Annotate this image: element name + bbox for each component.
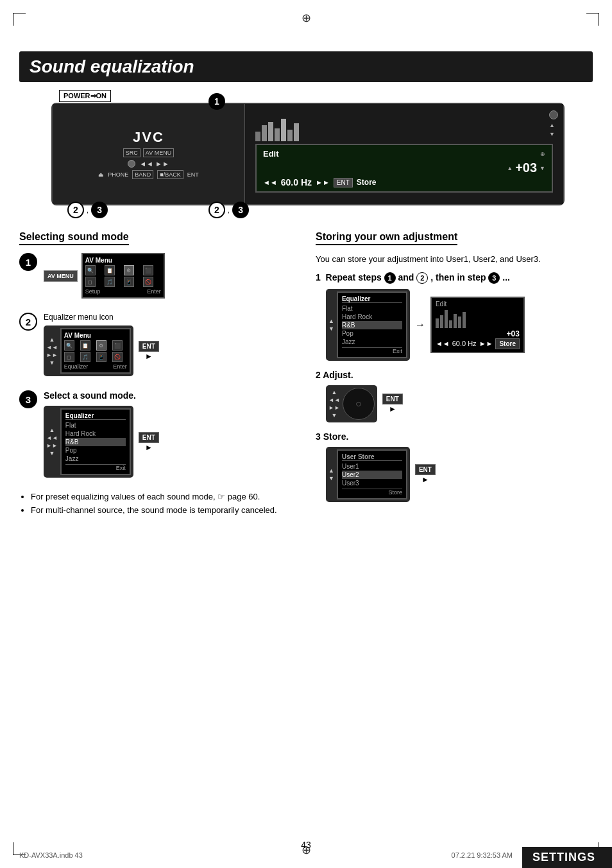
arrow-between-screens: → [415,319,425,331]
exit-label-left: Exit [116,465,126,471]
right-step-2-header: 2 Adjust. [316,370,593,380]
setup-label: Setup [85,288,101,295]
av-menu-screen-1: AV Menu 🔍 📋 ⚙ ⬛ ◻ 🎵 📱 🚫 [81,253,165,299]
av-menu-label-device: AV MENU [143,148,174,157]
user3-item: User3 [342,479,402,487]
eq-item-pop: Pop [65,446,126,455]
knob-icon: ○ [343,388,375,420]
right-step1-screens: ▲ ▼ Equalizer Flat Hard Rock R&B Pop Jaz… [326,289,593,361]
av-icon-8: 🚫 [143,277,153,287]
right-knob [549,110,558,119]
av-menu-icons: 🔍 📋 ⚙ ⬛ ◻ 🎵 📱 🚫 [85,265,161,287]
vol-knob [128,160,135,168]
step3-device: ▲ ◄◄ ►► ▼ Equalizer Flat Hard Rock R&B P… [44,406,133,478]
step3-device-row: ▲ ◄◄ ►► ▼ Equalizer Flat Hard Rock R&B P… [44,406,296,478]
eq-bar [287,130,293,141]
eq-bar [294,123,299,141]
right-edit-freq: ◄◄ 60.0 Hz ►► Store [436,338,520,349]
enter-label-2: Enter [113,363,127,370]
right-edit-freq-val: 60.0 Hz [452,340,477,347]
right-controls: ▲ ▼ [549,110,558,137]
bullet-1: For preset equalizing values of each sou… [31,492,296,501]
step-2-content: Equalizer menu icon ▲ ◄◄ ►► ▼ [44,313,296,380]
arrow-icon-step2: ► [145,352,153,361]
user-store-title: User Store [342,453,402,461]
store-label-step3: Store. [323,431,349,442]
eq-screen-title-left: Equalizer [65,412,126,420]
step-1-circle: 1 [19,253,37,271]
settings-label: SETTINGS [532,851,602,864]
display-freq: 60.0 Hz [281,177,312,187]
right-eq-title: Equalizer [342,295,402,303]
step-2-circle: 2 [19,313,37,331]
settings-bar: SETTINGS [522,847,612,868]
ent-box-step3: ENT [139,432,159,443]
left-step-1: 1 AV MENU AV Menu 🔍 📋 ⚙ [19,253,296,302]
corner-mark-tr [586,13,599,26]
eq-bars-display [255,116,553,141]
reg-mark-top: ⊕ [300,12,312,24]
right-step2-device: ▲ ◄◄ ►► ▼ ○ [326,385,377,422]
right-edit-screen: Edit +03 ◄◄ 60.0 [430,297,525,353]
av-icon-2: 📋 [105,265,115,275]
src-label: SRC [123,148,140,157]
right-section-title: Storing your own adjustment [316,231,457,245]
page-title: Sound equalization [30,56,582,77]
footer-left: KD-AVX33A.indb 43 [19,851,83,859]
band-label: BAND [132,170,153,179]
enter-label-1: Enter [147,288,161,295]
jvc-logo: JVC [133,129,164,146]
bullet-2: For multi-channel source, the sound mode… [31,505,296,515]
ent-label-step2-right: ENT [382,394,403,404]
ent-arrow-step2: ENT ► [139,341,159,361]
device-body: POWER⇒ON JVC SRC AV MENU ◄◄ ►► ⏏ [51,103,565,205]
main-content: 1 POWER⇒ON JVC SRC AV MENU ◄◄ ►► [19,90,593,519]
step2-av-footer: Equalizer Enter [64,363,127,370]
step-1-content: AV MENU AV Menu 🔍 📋 ⚙ ⬛ ◻ 🎵 📱 [44,253,296,302]
eq-screen-footer: Exit [65,464,126,471]
av-icon-5: ◻ [85,277,96,287]
corner-mark-tl [13,13,26,26]
right-step-3: 3 Store. ▲ ▼ User Store User1 User2 U [316,431,593,502]
eq-item-flat: Flat [65,421,126,430]
av-icon-7: 📱 [124,277,134,287]
eq-list-screen-left: Equalizer Flat Hard Rock R&B Pop Jazz Ex… [60,408,131,475]
right-step3-device: ▲ ▼ User Store User1 User2 User3 Store [326,447,410,502]
power-label: POWER⇒ON [59,90,111,102]
right-step2-device-row: ▲ ◄◄ ►► ▼ ○ ENT ► [326,385,593,422]
av-icon-3: ⚙ [124,265,134,275]
av-menu-title: AV Menu [85,257,161,264]
arrow-icon-step3: ► [145,443,153,452]
bullet-list: For preset equalizing values of each sou… [19,492,296,515]
eq-item-rb: R&B [65,438,126,446]
eq-menu-icon-label: Equalizer menu icon [44,313,296,322]
av-icon-1: 🔍 [85,265,96,275]
step-3-label: Select a sound mode. [44,390,296,401]
playback-controls: ◄◄ ►► [139,160,169,168]
repeat-steps-label: Repeat steps [326,272,384,282]
device-illustration: 1 POWER⇒ON JVC SRC AV MENU ◄◄ ►► [19,90,593,218]
page-number: 43 [301,840,311,850]
right-eq-device: ▲ ▼ Equalizer Flat Hard Rock R&B Pop Jaz… [326,289,410,361]
left-column: Selecting sound mode 1 AV MENU AV Menu 🔍 [19,231,296,519]
right-step3-device-row: ▲ ▼ User Store User1 User2 User3 Store [326,447,593,502]
eject-icon: ⏏ [98,171,104,178]
ent-label-step3-right: ENT [415,464,436,475]
ent-arrow-step3: ENT ► [139,432,159,452]
right-desc: You can store your adjustment into User1… [316,253,593,266]
adjust-label: Adjust. [323,370,353,380]
right-step-3-header: 3 Store. [316,431,593,442]
step2-device: ▲ ◄◄ ►► ▼ AV Menu 🔍 📋 ⚙ [44,326,133,376]
av-icon-4: ⬛ [143,265,153,275]
user-store-screen: User Store User1 User2 User3 Store [337,449,407,499]
av-menu-button: AV MENU [44,270,78,282]
main-display-screen: Edit ⊕ ▲ +03 ▼ ◄◄ 60.0 Hz ►► ENT Store [255,144,553,193]
step2-av-screen: AV Menu 🔍 📋 ⚙ ⬛ ◻ 🎵 📱 🚫 [60,328,131,374]
eq-item-hardrock: Hard Rock [65,430,126,438]
eq-bar [268,122,273,141]
step2-av-title: AV Menu [64,332,127,339]
ent-box-step2: ENT [139,341,159,352]
back-label: ■/BACK [157,170,183,179]
display-value: +03 [515,161,537,175]
step-3-content: Select a sound mode. ▲ ◄◄ ►► ▼ Equalizer [44,390,296,482]
